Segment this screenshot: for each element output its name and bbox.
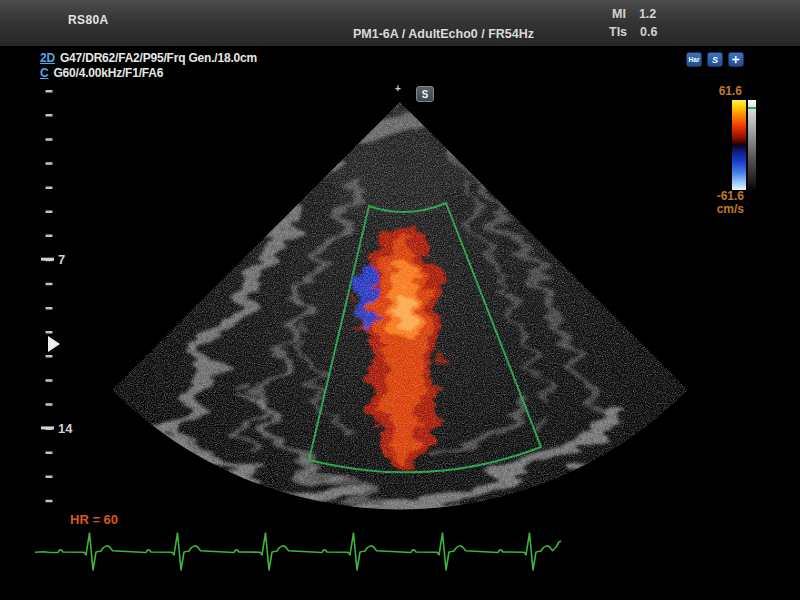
s-vision-icon[interactable]: S bbox=[707, 52, 723, 67]
header-bar: RS80A PM1-6A / AdultEcho0 / FR54Hz MI 1.… bbox=[0, 0, 800, 46]
tis-readout: TIs 0.6 bbox=[609, 25, 657, 39]
focus-marker[interactable] bbox=[48, 336, 60, 352]
mi-label: MI bbox=[612, 7, 626, 21]
velocity-max-label: 61.6 bbox=[710, 84, 742, 98]
grayscale-bar bbox=[748, 100, 756, 190]
depth-label-7: 7 bbox=[58, 252, 65, 267]
mi-readout: MI 1.2 bbox=[612, 7, 656, 21]
tis-value: 0.6 bbox=[640, 25, 657, 39]
b-mode-params: G47/DR62/FA2/P95/Frq Gen./18.0cm bbox=[60, 51, 257, 65]
status-icon-bar: Har S ✛ bbox=[686, 52, 744, 67]
velocity-unit-label: cm/s bbox=[710, 202, 744, 216]
imaging-parameters: 2DG47/DR62/FA2/P95/Frq Gen./18.0cm CG60/… bbox=[40, 51, 257, 80]
color-mode-label: C bbox=[40, 66, 48, 80]
probe-info: PM1-6A / AdultEcho0 / FR54Hz bbox=[353, 27, 534, 41]
tis-label: TIs bbox=[609, 25, 627, 39]
probe-apex-marker: + bbox=[395, 83, 401, 94]
depth-ruler: 7 14 bbox=[38, 84, 82, 524]
b-mode-label: 2D bbox=[40, 51, 55, 65]
mi-value: 1.2 bbox=[639, 7, 656, 21]
b-mode-params-row: 2DG47/DR62/FA2/P95/Frq Gen./18.0cm bbox=[40, 51, 257, 66]
velocity-min-label: -61.6 bbox=[710, 189, 744, 203]
doppler-color-bar bbox=[732, 100, 746, 190]
gain-marker bbox=[748, 107, 756, 109]
ecg-trace bbox=[0, 518, 600, 582]
orientation-marker: S bbox=[416, 86, 434, 102]
machine-model: RS80A bbox=[68, 13, 109, 27]
depth-label-14: 14 bbox=[58, 421, 73, 436]
quick-scan-icon[interactable]: ✛ bbox=[728, 52, 744, 67]
color-mode-params-row: CG60/4.00kHz/F1/FA6 bbox=[40, 66, 257, 81]
color-mode-params: G60/4.00kHz/F1/FA6 bbox=[53, 66, 163, 80]
harmonic-icon[interactable]: Har bbox=[686, 52, 702, 67]
ultrasound-screen: RS80A PM1-6A / AdultEcho0 / FR54Hz MI 1.… bbox=[0, 0, 800, 600]
sector-fan bbox=[60, 90, 740, 532]
color-velocity-scale: 61.6 -61.6 cm/s bbox=[710, 84, 794, 224]
